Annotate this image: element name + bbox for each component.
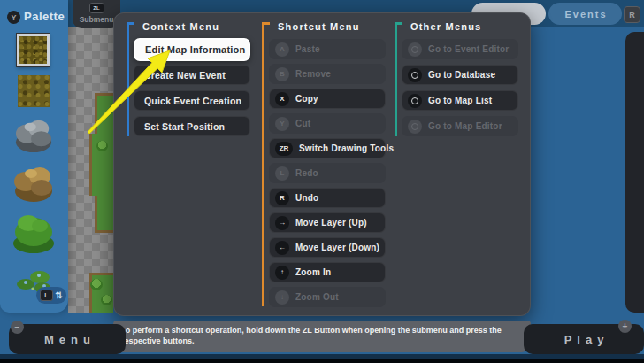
palette-page-switch[interactable]: L ⇅ — [36, 287, 66, 304]
menu-item-label: Zoom Out — [295, 292, 339, 302]
key-badge-icon: L — [275, 166, 289, 181]
r-shoulder-key-icon: R — [624, 6, 640, 23]
bottom-black-strip — [0, 359, 644, 363]
menu-item[interactable]: Quick Event Creation — [134, 90, 250, 111]
l-shoulder-key-icon: L — [40, 290, 53, 301]
menu-item[interactable]: XCopy — [269, 89, 386, 109]
menu-item-label: Move Layer (Down) — [295, 243, 380, 252]
key-badge-icon: ↓ — [275, 290, 289, 305]
menu-button-label: Menu — [39, 333, 96, 346]
menu-item-label: Paste — [295, 44, 320, 54]
swap-arrows-icon: ⇅ — [56, 291, 63, 300]
menu-item[interactable]: ↑Zoom In — [269, 262, 386, 282]
palette-tile-brown-rock-tile[interactable] — [12, 162, 55, 203]
column-accent-tick — [395, 22, 402, 25]
palette-tiles — [0, 0, 68, 313]
menu-item: BRemove — [269, 64, 386, 84]
column-title: Other Menus — [410, 21, 518, 32]
key-badge-icon: R — [275, 191, 289, 205]
menu-item-label: Go to Map Editor — [428, 121, 502, 131]
plus-button-icon: + — [618, 320, 632, 333]
stick-button-icon — [408, 42, 422, 57]
menu-item: Go to Map Editor — [402, 116, 518, 136]
menu-item[interactable]: Create New Event — [134, 65, 250, 85]
play-button-label: Play — [559, 333, 610, 346]
key-badge-icon: → — [275, 216, 289, 230]
menu-item-label: Go to Event Editor — [428, 44, 509, 54]
column-accent-line — [395, 22, 397, 136]
submenu-panel: Context MenuEdit Map InformationCreate N… — [113, 12, 531, 316]
menu-item: YCut — [269, 113, 386, 134]
map-bush-sprite — [90, 279, 103, 290]
menu-item-label: Go to Database — [428, 70, 495, 80]
menu-item-label: Create New Event — [144, 70, 226, 81]
column-accent-line — [126, 22, 129, 136]
column-accent-tick — [262, 22, 270, 25]
menu-item[interactable]: ZRSwitch Drawing Tools — [269, 138, 386, 158]
submenu-column: Context MenuEdit Map InformationCreate N… — [134, 21, 250, 142]
column-title: Context Menu — [142, 21, 250, 32]
palette-sidebar: Y Palette L ⇅ — [0, 0, 68, 313]
events-side-panel-edge — [625, 32, 644, 313]
menu-item: APaste — [269, 39, 386, 59]
palette-tile-bush-tile[interactable] — [11, 210, 57, 254]
menu-item-label: Zoom In — [295, 267, 331, 277]
map-bush-sprite — [96, 141, 108, 151]
tab-events[interactable]: Events — [548, 3, 622, 25]
palette-tile-grass-tile[interactable] — [18, 75, 50, 107]
key-badge-icon: X — [275, 92, 289, 106]
menu-item-label: Move Layer (Up) — [295, 218, 367, 228]
menu-item-label: Cut — [295, 119, 310, 128]
stick-button-icon — [408, 68, 422, 82]
stick-button-icon — [408, 94, 422, 108]
key-badge-icon: Y — [275, 117, 289, 131]
menu-item: Go to Event Editor — [402, 39, 518, 59]
minus-button-icon: − — [11, 321, 24, 334]
menu-item-label: Remove — [295, 69, 331, 79]
menu-item[interactable]: →Move Layer (Up) — [269, 212, 386, 233]
menu-button[interactable]: Menu — [9, 324, 126, 354]
submenu-column: Shortcut MenuAPasteBRemoveXCopyYCutZRSwi… — [269, 21, 386, 312]
menu-item[interactable]: Go to Map List — [402, 90, 518, 111]
key-badge-icon: B — [275, 67, 289, 81]
palette-tile-gray-rock-tile[interactable] — [13, 116, 54, 153]
menu-item-label: Copy — [295, 94, 318, 104]
menu-item-label: Edit Map Information — [145, 44, 245, 55]
menu-item-label: Switch Drawing Tools — [299, 143, 394, 153]
menu-item[interactable]: ←Move Layer (Down) — [269, 237, 386, 258]
column-accent-line — [262, 22, 264, 306]
shortcut-help-note: To perform a shortcut operation, hold do… — [113, 321, 531, 352]
menu-item[interactable]: Edit Map Information — [134, 38, 250, 61]
menu-item-label: Redo — [295, 168, 318, 178]
key-badge-icon: ← — [275, 241, 289, 255]
menu-item: ↓Zoom Out — [269, 287, 386, 307]
key-badge-icon: ↑ — [275, 266, 289, 280]
menu-item[interactable]: RUndo — [269, 188, 386, 208]
menu-item[interactable]: Go to Database — [402, 65, 518, 85]
key-badge-icon: ZR — [275, 142, 293, 156]
menu-item-label: Quick Event Creation — [144, 96, 242, 106]
column-accent-tick — [126, 22, 134, 25]
key-badge-icon: A — [275, 42, 289, 57]
rpg-maker-editor-screen: Events R Y Palette L ⇅ ZL Submenu Contex… — [0, 0, 644, 363]
palette-tile-dark-grass-tile[interactable] — [17, 34, 50, 66]
menu-item-label: Go to Map List — [428, 96, 492, 105]
menu-item-label: Undo — [295, 193, 318, 203]
column-title: Shortcut Menu — [278, 21, 386, 32]
stick-button-icon — [408, 120, 422, 134]
zl-key-icon: ZL — [89, 3, 104, 13]
map-canvas[interactable] — [68, 27, 113, 313]
menu-item-label: Set Start Position — [144, 121, 225, 132]
menu-item: LRedo — [269, 163, 386, 183]
submenu-column: Other MenusGo to Event EditorGo to Datab… — [402, 21, 518, 142]
map-bush-sprite — [101, 295, 112, 305]
menu-item[interactable]: Set Start Position — [134, 116, 250, 136]
submenu-tab-label: Submenu — [80, 15, 114, 24]
